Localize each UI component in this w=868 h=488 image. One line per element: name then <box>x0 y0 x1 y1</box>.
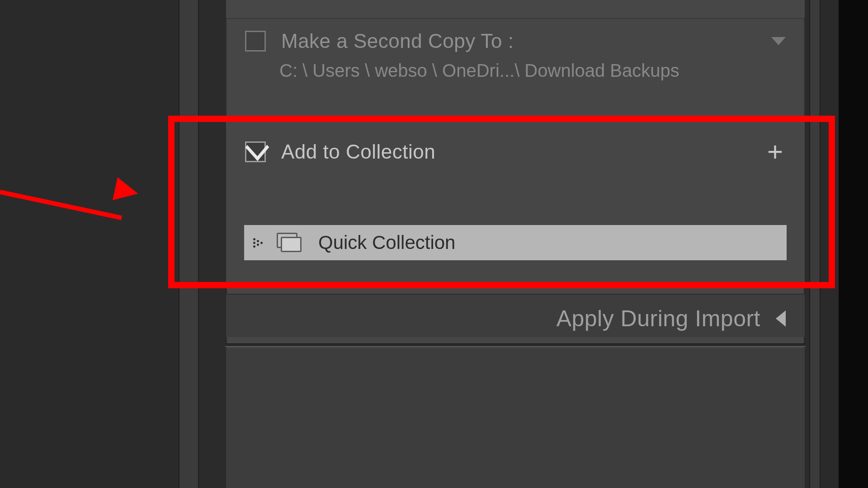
selected-collection-name: Quick Collection <box>318 232 455 253</box>
add-collection-plus-icon[interactable]: + <box>764 138 786 165</box>
panel-rail-right <box>809 0 821 488</box>
second-copy-label: Make a Second Copy To : <box>281 30 514 52</box>
app-background-left <box>0 0 179 488</box>
add-to-collection-section: Add to Collection + Quick Collection <box>226 117 805 284</box>
second-copy-path[interactable]: C: \ Users \ webso \ OneDri...\ Download… <box>226 61 805 94</box>
collapse-left-icon[interactable] <box>776 310 786 327</box>
window-edge-black <box>839 0 868 488</box>
second-copy-section: Make a Second Copy To : C: \ Users \ web… <box>226 18 805 117</box>
previous-section-sliver <box>226 0 805 18</box>
apply-during-import-header[interactable]: Apply During Import <box>226 294 805 337</box>
expand-handle-icon[interactable] <box>253 237 264 248</box>
apply-during-import-divider <box>225 343 806 347</box>
panel-rail-left <box>179 0 199 488</box>
collection-stack-icon <box>277 233 303 253</box>
apply-during-import-body <box>226 348 805 488</box>
second-copy-checkbox[interactable] <box>245 31 266 52</box>
add-to-collection-label: Add to Collection <box>281 141 435 163</box>
apply-during-import-label: Apply During Import <box>557 305 760 332</box>
selected-collection-row[interactable]: Quick Collection <box>244 225 787 260</box>
second-copy-dropdown-icon[interactable] <box>771 37 786 45</box>
add-to-collection-checkbox[interactable] <box>245 141 266 162</box>
